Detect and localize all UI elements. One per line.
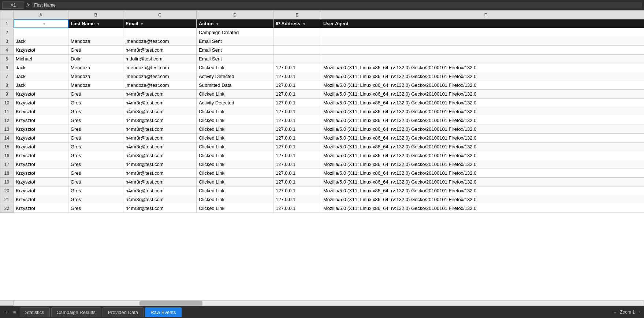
data-cell[interactable]: 127.0.0.1 (273, 195, 321, 204)
sheet-tab-campaign-results[interactable]: Campaign Results (51, 307, 101, 317)
data-cell[interactable]: Greś (68, 178, 123, 186)
data-cell[interactable]: 127.0.0.1 (273, 143, 321, 151)
data-cell[interactable]: h4mr3r@test.com (123, 116, 197, 125)
data-cell[interactable]: 127.0.0.1 (273, 151, 321, 160)
data-cell[interactable]: Mozilla/5.0 (X11; Linux x86_64; rv:132.0… (321, 99, 644, 107)
data-cell[interactable]: Krzysztof (14, 186, 68, 195)
data-cell[interactable] (273, 37, 321, 46)
data-cell[interactable]: h4mr3r@test.com (123, 204, 197, 213)
data-cell[interactable]: Dolin (68, 55, 123, 63)
data-cell[interactable]: Mozilla/5.0 (X11; Linux x86_64; rv:132.0… (321, 178, 644, 186)
data-cell[interactable]: 127.0.0.1 (273, 72, 321, 81)
data-cell[interactable]: Email Sent (197, 37, 273, 46)
data-cell[interactable]: Krzysztof (14, 178, 68, 186)
data-cell[interactable]: Krzysztof (14, 169, 68, 178)
data-cell[interactable]: Greś (68, 143, 123, 151)
data-cell[interactable]: Jack (14, 37, 68, 46)
data-cell[interactable] (273, 28, 321, 37)
formula-input[interactable] (32, 2, 642, 8)
data-cell[interactable]: Mozilla/5.0 (X11; Linux x86_64; rv:132.0… (321, 186, 644, 195)
data-cell[interactable]: Clicked Link (197, 195, 273, 204)
data-cell[interactable]: Email Sent (197, 46, 273, 55)
data-cell[interactable]: 127.0.0.1 (273, 81, 321, 90)
data-cell[interactable]: Clicked Link (197, 160, 273, 169)
data-cell[interactable]: Activity Detected (197, 72, 273, 81)
filter-action-icon[interactable]: ▾ (216, 22, 218, 26)
data-cell[interactable]: Greś (68, 125, 123, 134)
data-cell[interactable] (321, 46, 644, 55)
data-cell[interactable]: 127.0.0.1 (273, 63, 321, 72)
data-cell[interactable]: Mendoza (68, 81, 123, 90)
data-cell[interactable]: Jack (14, 72, 68, 81)
data-cell[interactable]: Greś (68, 160, 123, 169)
data-cell[interactable]: Mozilla/5.0 (X11; Linux x86_64; rv:132.0… (321, 134, 644, 143)
data-cell[interactable]: 127.0.0.1 (273, 160, 321, 169)
data-cell[interactable]: 127.0.0.1 (273, 204, 321, 213)
data-cell[interactable]: Mendoza (68, 72, 123, 81)
col-header-C[interactable]: C (123, 11, 197, 19)
header-cell-email[interactable]: Email ▾ (123, 19, 197, 28)
data-cell[interactable]: Clicked Link (197, 125, 273, 134)
data-cell[interactable]: Mendoza (68, 37, 123, 46)
spreadsheet-container[interactable]: A B C D E F 1 First Name ▾ Last Name ▾ (0, 10, 644, 300)
data-cell[interactable]: Mozilla/5.0 (X11; Linux x86_64; rv:132.0… (321, 116, 644, 125)
data-cell[interactable]: 127.0.0.1 (273, 134, 321, 143)
data-cell[interactable]: Submitted Data (197, 81, 273, 90)
data-cell[interactable]: jmendoza@test.com (123, 72, 197, 81)
header-cell-lastname[interactable]: Last Name ▾ (68, 19, 123, 28)
data-cell[interactable]: Mozilla/5.0 (X11; Linux x86_64; rv:132.0… (321, 169, 644, 178)
data-cell[interactable]: 127.0.0.1 (273, 186, 321, 195)
data-cell[interactable]: Greś (68, 151, 123, 160)
data-cell[interactable]: Greś (68, 134, 123, 143)
data-cell[interactable]: 127.0.0.1 (273, 107, 321, 116)
sheet-tab-provided-data[interactable]: Provided Data (103, 307, 144, 317)
data-cell[interactable]: h4mr3r@test.com (123, 107, 197, 116)
filter-firstname-icon[interactable]: ▾ (43, 22, 45, 26)
data-cell[interactable]: Greś (68, 195, 123, 204)
data-cell[interactable]: h4mr3r@test.com (123, 99, 197, 107)
col-header-E[interactable]: E (273, 11, 321, 19)
data-cell[interactable]: mdolin@test.com (123, 55, 197, 63)
data-cell[interactable]: Jack (14, 63, 68, 72)
data-cell[interactable] (321, 28, 644, 37)
data-cell[interactable]: Greś (68, 116, 123, 125)
data-cell[interactable]: Greś (68, 107, 123, 116)
header-cell-useragent[interactable]: User Agent (321, 19, 644, 28)
data-cell[interactable]: h4mr3r@test.com (123, 186, 197, 195)
data-cell[interactable] (321, 55, 644, 63)
sheet-tab-raw-events[interactable]: Raw Events (145, 307, 181, 317)
data-cell[interactable]: Clicked Link (197, 186, 273, 195)
data-cell[interactable]: jmendoza@test.com (123, 81, 197, 90)
data-cell[interactable]: Mozilla/5.0 (X11; Linux x86_64; rv:132.0… (321, 151, 644, 160)
data-cell[interactable]: jmendoza@test.com (123, 37, 197, 46)
col-header-F[interactable]: F (321, 11, 644, 19)
data-cell[interactable]: Greś (68, 186, 123, 195)
data-cell[interactable]: Clicked Link (197, 169, 273, 178)
data-cell[interactable]: Krzysztof (14, 116, 68, 125)
data-cell[interactable]: Mozilla/5.0 (X11; Linux x86_64; rv:132.0… (321, 72, 644, 81)
data-cell[interactable]: h4mr3r@test.com (123, 160, 197, 169)
data-cell[interactable]: Krzysztof (14, 125, 68, 134)
data-cell[interactable]: Clicked Link (197, 178, 273, 186)
data-cell[interactable]: Activity Detected (197, 99, 273, 107)
col-header-D[interactable]: D (197, 11, 273, 19)
filter-email-icon[interactable]: ▾ (141, 22, 143, 26)
data-cell[interactable]: h4mr3r@test.com (123, 169, 197, 178)
horizontal-scrollbar-thumb[interactable] (139, 301, 202, 306)
data-cell[interactable]: Krzysztof (14, 46, 68, 55)
data-cell[interactable]: Greś (68, 169, 123, 178)
header-cell-action[interactable]: Action ▾ (197, 19, 273, 28)
data-cell[interactable]: 127.0.0.1 (273, 125, 321, 134)
data-cell[interactable]: Greś (68, 46, 123, 55)
header-cell-firstname[interactable]: First Name ▾ (14, 19, 68, 28)
col-header-B[interactable]: B (68, 11, 123, 19)
zoom-minus-button[interactable]: − (614, 310, 616, 315)
zoom-plus-button[interactable]: + (639, 310, 641, 315)
data-cell[interactable]: Clicked Link (197, 204, 273, 213)
data-cell[interactable] (14, 28, 68, 37)
data-cell[interactable]: 127.0.0.1 (273, 116, 321, 125)
data-cell[interactable]: Michael (14, 55, 68, 63)
data-cell[interactable]: Mozilla/5.0 (X11; Linux x86_64; rv:132.0… (321, 143, 644, 151)
data-cell[interactable]: Clicked Link (197, 107, 273, 116)
data-cell[interactable]: Krzysztof (14, 160, 68, 169)
